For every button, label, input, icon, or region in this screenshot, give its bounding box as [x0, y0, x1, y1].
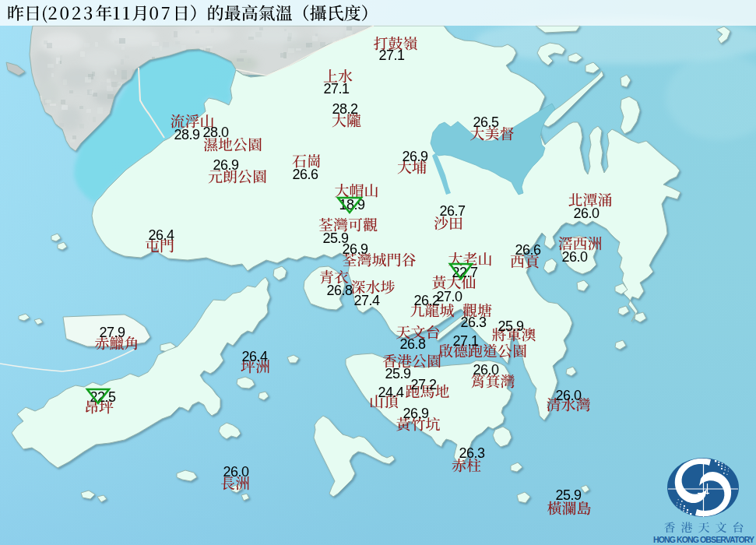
svg-text:26.9: 26.9	[342, 241, 368, 257]
svg-text:27.9: 27.9	[99, 325, 125, 340]
svg-text:26.4: 26.4	[148, 227, 174, 243]
svg-text:26.8: 26.8	[399, 336, 426, 352]
svg-text:27.4: 27.4	[353, 293, 380, 308]
svg-text:26.0: 26.0	[473, 362, 499, 378]
svg-text:26.4: 26.4	[241, 349, 268, 364]
svg-text:27.1: 27.1	[323, 81, 350, 97]
svg-text:28.9: 28.9	[174, 127, 200, 142]
svg-text:25.9: 25.9	[385, 366, 411, 382]
svg-text:26.0: 26.0	[561, 249, 588, 265]
svg-text:27.1: 27.1	[452, 333, 479, 349]
svg-text:26.9: 26.9	[213, 157, 239, 173]
svg-text:25.9: 25.9	[498, 318, 524, 334]
svg-text:26.3: 26.3	[460, 315, 487, 330]
svg-text:26.6: 26.6	[292, 167, 318, 182]
svg-text:24.4: 24.4	[378, 385, 404, 400]
svg-text:27.2: 27.2	[410, 377, 437, 392]
svg-text:25.9: 25.9	[555, 487, 582, 503]
svg-text:26.8: 26.8	[326, 283, 353, 298]
svg-text:28.2: 28.2	[332, 101, 358, 117]
svg-text:26.9: 26.9	[402, 149, 428, 164]
svg-text:26.0: 26.0	[223, 464, 249, 480]
svg-text:HONG KONG OBSERVATORY: HONG KONG OBSERVATORY	[653, 535, 754, 544]
svg-text:27.1: 27.1	[378, 47, 405, 63]
svg-text:27.0: 27.0	[436, 289, 462, 304]
svg-text:26.5: 26.5	[473, 114, 499, 130]
svg-text:26.7: 26.7	[439, 203, 466, 219]
svg-text:26.2: 26.2	[413, 293, 440, 308]
svg-text:26.0: 26.0	[573, 206, 600, 221]
svg-text:28.0: 28.0	[202, 125, 229, 140]
svg-text:26.9: 26.9	[403, 406, 429, 421]
svg-text:26.3: 26.3	[459, 445, 485, 461]
svg-text:26.0: 26.0	[555, 388, 582, 403]
svg-text:26.6: 26.6	[515, 242, 541, 258]
